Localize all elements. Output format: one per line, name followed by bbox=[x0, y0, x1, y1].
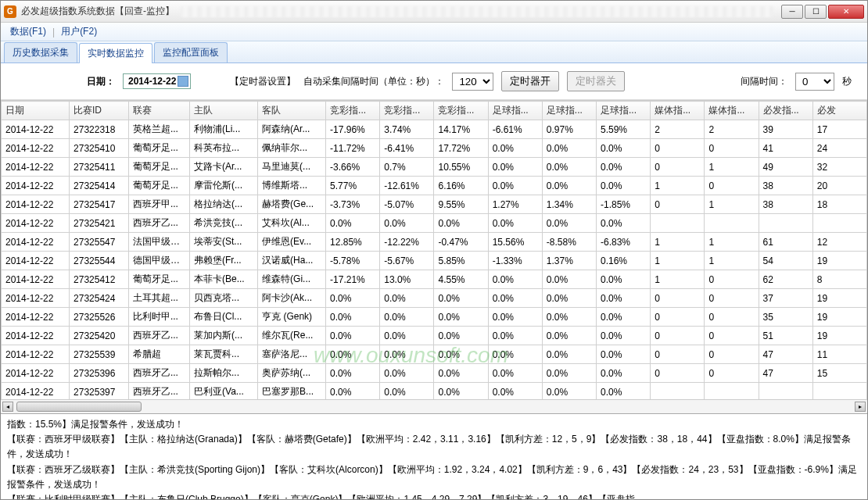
auto-interval-label: 自动采集间隔时间（单位：秒）： bbox=[303, 75, 444, 88]
calendar-icon[interactable] bbox=[178, 76, 188, 87]
table-row[interactable]: 2014-12-2227325411葡萄牙足...艾路卡(Ar...马里迪莫(.… bbox=[2, 158, 867, 177]
cell: 马里迪莫(... bbox=[258, 158, 326, 177]
table-row[interactable]: 2014-12-2227325412葡萄牙足...本菲卡(Be...维森特(Gi… bbox=[2, 270, 867, 289]
sec-label: 秒 bbox=[842, 75, 852, 88]
cell: 51 bbox=[759, 327, 812, 345]
date-input[interactable]: 2014-12-22 bbox=[123, 73, 191, 89]
column-header[interactable]: 比赛ID bbox=[70, 102, 129, 120]
table-row[interactable]: 2014-12-2227325526比利时甲...布鲁日(Cl...亨克 (Ge… bbox=[2, 308, 867, 327]
table-row[interactable]: 2014-12-2227322318英格兰超...利物浦(Li...阿森纳(Ar… bbox=[2, 120, 867, 139]
table-row[interactable]: 2014-12-2227325544德国甲级联赛弗赖堡(Fr...汉诺威(Ha.… bbox=[2, 252, 867, 270]
column-header[interactable]: 主队 bbox=[190, 102, 258, 120]
cell: 葡萄牙足... bbox=[128, 139, 189, 158]
cell: 19 bbox=[812, 252, 866, 270]
cell: -5.07% bbox=[380, 195, 434, 214]
timer-off-button: 定时器关 bbox=[567, 71, 625, 91]
table-row[interactable]: 2014-12-2227325410葡萄牙足...科英布拉...佩纳菲尔...-… bbox=[2, 139, 867, 158]
table-row[interactable]: 2014-12-2227325396西班牙乙...拉斯帕尔...奥萨苏纳(...… bbox=[2, 364, 867, 383]
cell: 西班牙乙... bbox=[128, 327, 189, 345]
column-header[interactable]: 必发指... bbox=[759, 102, 812, 120]
cell: 27322318 bbox=[70, 120, 129, 139]
cell: 0.0% bbox=[488, 308, 542, 327]
cell: 0.0% bbox=[597, 345, 651, 364]
cell: -17.21% bbox=[326, 270, 380, 289]
cell: 艾科坎(Al... bbox=[258, 214, 326, 233]
menu-user[interactable]: 用户(F2) bbox=[56, 25, 102, 38]
maximize-button[interactable]: ☐ bbox=[805, 5, 827, 19]
log-panel[interactable]: 指数：15.5%】满足报警条件，发送成功！ 【联赛：西班牙甲级联赛】【主队：格拉… bbox=[1, 413, 867, 499]
cell: 27325424 bbox=[70, 289, 129, 308]
column-header[interactable]: 媒体指... bbox=[705, 102, 759, 120]
table-row[interactable]: 2014-12-2227325414葡萄牙足...摩雷伦斯(...博维斯塔...… bbox=[2, 177, 867, 195]
column-header[interactable]: 媒体指... bbox=[651, 102, 705, 120]
cell: 0.0% bbox=[542, 139, 596, 158]
table-row[interactable]: 2014-12-2227325417西班牙甲...格拉纳达(...赫塔费(Ge.… bbox=[2, 195, 867, 214]
cell: 0.0% bbox=[542, 289, 596, 308]
window-title: 必发超级指数系统数据【回查-监控】 bbox=[21, 5, 174, 18]
cell: 0.0% bbox=[488, 177, 542, 195]
column-header[interactable]: 竞彩指... bbox=[380, 102, 434, 120]
cell: 27325526 bbox=[70, 308, 129, 327]
cell: 0.0% bbox=[380, 289, 434, 308]
cell: -3.66% bbox=[326, 158, 380, 177]
cell: 赫塔费(Ge... bbox=[258, 195, 326, 214]
cell: 0 bbox=[651, 308, 705, 327]
cell: 0.0% bbox=[434, 308, 488, 327]
cell: 佩纳菲尔... bbox=[258, 139, 326, 158]
cell: 11 bbox=[812, 345, 866, 364]
table-row[interactable]: 2014-12-2227325539希腊超莱瓦贾科...塞萨洛尼...0.0%0… bbox=[2, 345, 867, 364]
minimize-button[interactable]: ─ bbox=[781, 5, 803, 19]
cell bbox=[651, 214, 705, 233]
cell: 艾路卡(Ar... bbox=[190, 158, 258, 177]
close-button[interactable]: ✕ bbox=[828, 5, 864, 19]
column-header[interactable]: 足球指... bbox=[488, 102, 542, 120]
cell: 亨克 (Genk) bbox=[258, 308, 326, 327]
cell: -8.58% bbox=[542, 233, 596, 252]
scroll-thumb[interactable] bbox=[16, 402, 142, 412]
tab-config[interactable]: 监控配置面板 bbox=[154, 42, 228, 62]
scroll-left-arrow[interactable]: ◂ bbox=[2, 402, 13, 412]
cell: 葡萄牙足... bbox=[128, 270, 189, 289]
table-row[interactable]: 2014-12-2227325547法国甲级联赛埃蒂安(St...伊维恩(Ev.… bbox=[2, 233, 867, 252]
cell: 巴塞罗那B... bbox=[258, 383, 326, 400]
data-grid[interactable]: 日期比赛ID联赛主队客队竞彩指...竞彩指...竞彩指...足球指...足球指.… bbox=[1, 101, 867, 399]
cell: 葡萄牙足... bbox=[128, 177, 189, 195]
cell: 37 bbox=[759, 289, 812, 308]
column-header[interactable]: 联赛 bbox=[128, 102, 189, 120]
gap-select[interactable]: 0 bbox=[795, 73, 834, 91]
tab-history[interactable]: 历史数据采集 bbox=[4, 42, 77, 62]
cell: 0.0% bbox=[380, 214, 434, 233]
cell: 摩雷伦斯(... bbox=[190, 177, 258, 195]
interval-select[interactable]: 120 bbox=[452, 73, 493, 91]
cell: 0.0% bbox=[326, 364, 380, 383]
table-row[interactable]: 2014-12-2227325424土耳其超...贝西克塔...阿卡沙(Ak..… bbox=[2, 289, 867, 308]
horizontal-scrollbar[interactable]: ◂ ▸ bbox=[1, 399, 867, 413]
column-header[interactable]: 竞彩指... bbox=[434, 102, 488, 120]
cell: -1.33% bbox=[488, 252, 542, 270]
cell: -5.67% bbox=[380, 252, 434, 270]
cell: 27325420 bbox=[70, 327, 129, 345]
scroll-right-arrow[interactable]: ▸ bbox=[855, 402, 866, 412]
column-header[interactable]: 日期 bbox=[2, 102, 70, 120]
cell: 38 bbox=[759, 177, 812, 195]
cell: 17 bbox=[812, 120, 866, 139]
cell: 葡萄牙足... bbox=[128, 158, 189, 177]
table-row[interactable]: 2014-12-2227325397西班牙乙...巴利亚(Va...巴塞罗那B.… bbox=[2, 383, 867, 400]
column-header[interactable]: 足球指... bbox=[542, 102, 596, 120]
column-header[interactable]: 足球指... bbox=[597, 102, 651, 120]
column-header[interactable]: 必发 bbox=[812, 102, 866, 120]
table-row[interactable]: 2014-12-2227325421西班牙乙...希洪竞技(...艾科坎(Al.… bbox=[2, 214, 867, 233]
column-header[interactable]: 竞彩指... bbox=[326, 102, 380, 120]
cell: 27325544 bbox=[70, 252, 129, 270]
tab-realtime[interactable]: 实时数据监控 bbox=[79, 43, 152, 63]
table-row[interactable]: 2014-12-2227325420西班牙乙...莱加内斯(...维尔瓦(Re.… bbox=[2, 327, 867, 345]
cell: 0 bbox=[651, 364, 705, 383]
menu-data[interactable]: 数据(F1) bbox=[5, 25, 51, 38]
cell: 0.0% bbox=[542, 364, 596, 383]
cell: 0.16% bbox=[597, 252, 651, 270]
cell: 0.0% bbox=[597, 383, 651, 400]
column-header[interactable]: 客队 bbox=[258, 102, 326, 120]
cell: 希腊超 bbox=[128, 345, 189, 364]
cell: 27325414 bbox=[70, 177, 129, 195]
timer-on-button[interactable]: 定时器开 bbox=[501, 71, 559, 91]
